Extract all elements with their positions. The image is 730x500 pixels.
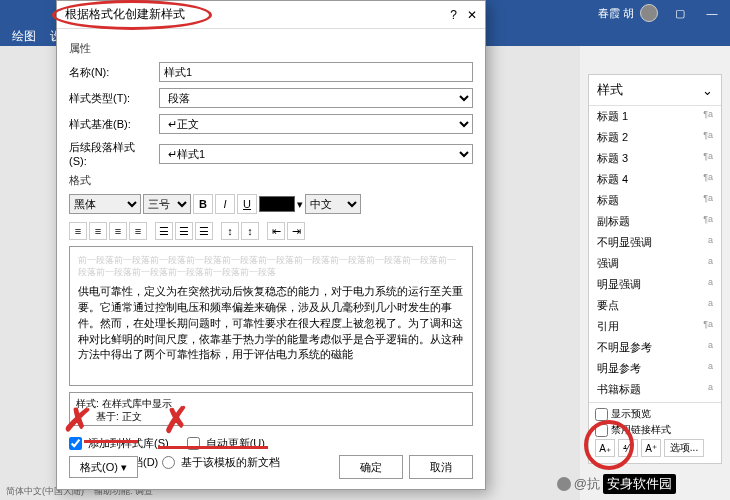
style-item[interactable]: 不明显强调a [589, 232, 721, 253]
styles-pane-title: 样式 [597, 81, 623, 99]
styles-list[interactable]: 标题 1¶a标题 2¶a标题 3¶a标题 4¶a标题¶a副标题¶a不明显强调a强… [589, 106, 721, 402]
style-item-mark: a [708, 361, 713, 376]
help-icon[interactable]: ? [450, 8, 457, 22]
indent-decrease-icon[interactable]: ⇤ [267, 222, 285, 240]
desc-line1: 样式: 在样式库中显示 [76, 397, 466, 410]
indent-increase-icon[interactable]: ⇥ [287, 222, 305, 240]
style-item[interactable]: 标题 1¶a [589, 106, 721, 127]
style-item-name: 不明显参考 [597, 340, 652, 355]
manage-styles-button[interactable]: A⁺ [641, 439, 661, 457]
align-center-icon[interactable]: ≡ [89, 222, 107, 240]
format-menu-button[interactable]: 格式(O) ▾ [69, 456, 138, 478]
type-label: 样式类型(T): [69, 91, 151, 106]
style-item-mark: ¶a [703, 193, 713, 208]
user-account[interactable]: 春霞 胡 [598, 4, 658, 22]
cancel-button[interactable]: 取消 [409, 455, 473, 479]
ok-button[interactable]: 确定 [339, 455, 403, 479]
tab-drawing[interactable]: 绘图 [12, 28, 36, 45]
dialog-titlebar: 根据格式化创建新样式 ? ✕ [57, 1, 485, 29]
styles-pane-header: 样式 ⌄ [589, 75, 721, 106]
styles-pane-footer: 显示预览 禁用链接样式 A₊ ⁴⁄₄ A⁺ 选项... [589, 402, 721, 463]
align-right-icon[interactable]: ≡ [109, 222, 127, 240]
style-item-name: 明显强调 [597, 277, 641, 292]
name-input[interactable] [159, 62, 473, 82]
style-item[interactable]: 明显参考a [589, 358, 721, 379]
italic-button[interactable]: I [215, 194, 235, 214]
watermark: @抗 安身软件园 [557, 474, 676, 494]
lang-select[interactable]: 中文 [305, 194, 361, 214]
close-icon[interactable]: ✕ [467, 8, 477, 22]
style-description: 样式: 在样式库中显示 基于: 正文 [69, 392, 473, 426]
underline-button[interactable]: U [237, 194, 257, 214]
style-item-mark: ¶a [703, 130, 713, 145]
style-item-mark: a [708, 256, 713, 271]
style-item[interactable]: 强调a [589, 253, 721, 274]
paragraph-toolbar: ≡ ≡ ≡ ≡ ☰ ☰ ☰ ↕ ↕ ⇤ ⇥ [69, 222, 473, 240]
new-style-button[interactable]: A₊ [595, 439, 615, 457]
style-item-mark: a [708, 277, 713, 292]
style-item-mark: a [708, 235, 713, 250]
align-justify-icon[interactable]: ≡ [129, 222, 147, 240]
style-item-name: 明显参考 [597, 361, 641, 376]
auto-update-label: 自动更新(U) [206, 436, 265, 451]
style-inspector-button[interactable]: ⁴⁄₄ [618, 439, 638, 457]
minimize-icon[interactable]: — [702, 3, 722, 23]
show-preview-checkbox[interactable] [595, 408, 608, 421]
line-spacing-2-icon[interactable]: ☰ [175, 222, 193, 240]
add-to-gallery-checkbox[interactable] [69, 437, 82, 450]
style-item-name: 副标题 [597, 214, 630, 229]
style-item-name: 书籍标题 [597, 382, 641, 397]
font-size-select[interactable]: 三号 [143, 194, 191, 214]
line-spacing-1-icon[interactable]: ☰ [155, 222, 173, 240]
style-item-name: 标题 3 [597, 151, 628, 166]
style-item-name: 不明显强调 [597, 235, 652, 250]
color-dropdown-icon[interactable]: ▾ [297, 198, 303, 211]
show-preview-label: 显示预览 [611, 407, 651, 421]
style-item-name: 标题 [597, 193, 619, 208]
preview-sample-text: 供电可靠性，定义为在突然扰动后恢复稳态的能力，对于电力系统的运行至关重要。它通常… [78, 284, 464, 363]
desc-line2: 基于: 正文 [76, 410, 466, 423]
name-label: 名称(N): [69, 65, 151, 80]
style-item-mark: a [708, 340, 713, 355]
options-button[interactable]: 选项... [664, 439, 704, 457]
ribbon-display-icon[interactable]: ▢ [670, 3, 690, 23]
style-item-mark: a [708, 382, 713, 397]
style-item[interactable]: 要点a [589, 295, 721, 316]
type-select[interactable]: 段落 [159, 88, 473, 108]
bold-button[interactable]: B [193, 194, 213, 214]
user-name-label: 春霞 胡 [598, 6, 634, 21]
styles-pane: 样式 ⌄ 标题 1¶a标题 2¶a标题 3¶a标题 4¶a标题¶a副标题¶a不明… [588, 74, 722, 464]
format-toolbar: 黑体 三号 B I U ▾ 中文 [69, 194, 473, 214]
style-item[interactable]: 副标题¶a [589, 211, 721, 232]
style-item-name: 标题 2 [597, 130, 628, 145]
style-item-name: 要点 [597, 298, 619, 313]
space-after-icon[interactable]: ↕ [241, 222, 259, 240]
watermark-text: @抗 [574, 475, 600, 493]
font-name-select[interactable]: 黑体 [69, 194, 141, 214]
style-item[interactable]: 书籍标题a [589, 379, 721, 400]
auto-update-checkbox[interactable] [187, 437, 200, 450]
style-preview: 前一段落前一段落前一段落前一段落前一段落前一段落前一段落前一段落前一段落前一段落… [69, 246, 473, 386]
avatar [640, 4, 658, 22]
base-select[interactable]: ↵正文 [159, 114, 473, 134]
section-properties: 属性 [69, 41, 473, 56]
style-item[interactable]: 引用¶a [589, 316, 721, 337]
align-left-icon[interactable]: ≡ [69, 222, 87, 240]
style-item-mark: ¶a [703, 151, 713, 166]
preview-ghost-text: 前一段落前一段落前一段落前一段落前一段落前一段落前一段落前一段落前一段落前一段落… [78, 255, 464, 278]
disable-linked-checkbox[interactable] [595, 424, 608, 437]
dialog-title-text: 根据格式化创建新样式 [65, 6, 185, 23]
chevron-down-icon[interactable]: ⌄ [702, 83, 713, 98]
line-spacing-3-icon[interactable]: ☰ [195, 222, 213, 240]
style-item[interactable]: 标题 4¶a [589, 169, 721, 190]
style-item[interactable]: 明显强调a [589, 274, 721, 295]
style-item-name: 标题 1 [597, 109, 628, 124]
font-color-swatch[interactable] [259, 196, 295, 212]
style-item[interactable]: 标题 2¶a [589, 127, 721, 148]
style-item[interactable]: 不明显参考a [589, 337, 721, 358]
style-item-mark: ¶a [703, 319, 713, 334]
style-item[interactable]: 标题¶a [589, 190, 721, 211]
follow-select[interactable]: ↵样式1 [159, 144, 473, 164]
space-before-icon[interactable]: ↕ [221, 222, 239, 240]
style-item[interactable]: 标题 3¶a [589, 148, 721, 169]
